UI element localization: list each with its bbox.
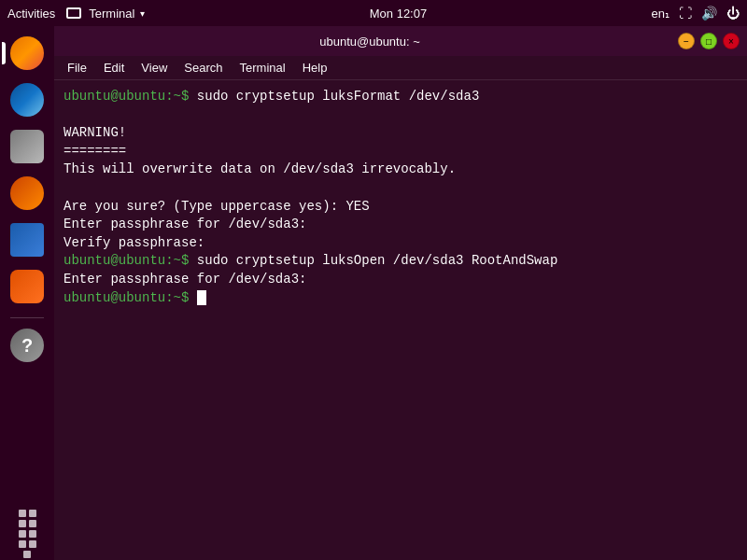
volume-icon[interactable]: 🔊 xyxy=(701,6,717,21)
terminal-line-prompt-active: ubuntu@ubuntu:~$ xyxy=(63,289,738,308)
terminal-line-warning2: ======== xyxy=(63,143,738,161)
prompt-active: ubuntu@ubuntu:~$ xyxy=(63,290,197,305)
terminal-line-verify: Verify passphrase: xyxy=(63,234,738,253)
menu-file[interactable]: File xyxy=(60,59,94,77)
launcher-icon-thunderbird[interactable] xyxy=(7,80,47,119)
terminal-line-blank-1 xyxy=(63,106,738,125)
launcher-icon-files[interactable] xyxy=(7,127,47,166)
terminal-title: ubuntu@ubuntu: ~ xyxy=(62,35,678,49)
terminal-line-confirm: Are you sure? (Type uppercase yes): YES xyxy=(63,198,738,217)
launcher-icon-help[interactable]: ? xyxy=(7,326,47,365)
menu-search[interactable]: Search xyxy=(176,59,230,77)
menu-edit[interactable]: Edit xyxy=(96,59,132,77)
terminal-line-warning1: WARNING! xyxy=(63,124,738,143)
terminal-titlebar: ubuntu@ubuntu: ~ − □ × xyxy=(54,26,747,56)
power-icon[interactable]: ⏻ xyxy=(726,6,740,21)
files-icon xyxy=(10,130,44,163)
close-button[interactable]: × xyxy=(723,33,740,49)
minimize-button[interactable]: − xyxy=(678,33,695,49)
terminal-line-passphrase1: Enter passphrase for /dev/sda3: xyxy=(63,216,738,234)
grid-icon xyxy=(10,517,44,551)
help-icon: ? xyxy=(10,329,44,362)
maximize-button[interactable]: □ xyxy=(700,33,717,49)
system-bar-right: en₁ ⛶ 🔊 ⏻ xyxy=(652,6,740,21)
activities-button[interactable]: Activities xyxy=(7,7,55,21)
window-controls: − □ × xyxy=(678,33,740,49)
locale-indicator[interactable]: en₁ xyxy=(652,7,669,21)
rhythmbox-icon xyxy=(10,176,44,210)
appcenter-icon xyxy=(10,270,44,303)
command-2: sudo cryptsetup luksOpen /dev/sda3 RootA… xyxy=(197,253,557,268)
libreoffice-icon xyxy=(10,223,44,257)
launcher-divider xyxy=(10,317,44,318)
launcher-icon-firefox[interactable] xyxy=(7,34,47,73)
firefox-icon xyxy=(10,36,44,70)
thunderbird-icon xyxy=(10,83,44,117)
terminal-taskbar-label: Terminal xyxy=(89,7,134,21)
terminal-cursor xyxy=(197,290,206,305)
prompt-1: ubuntu@ubuntu:~$ xyxy=(63,89,197,104)
system-bar: Activities Terminal ▾ Mon 12:07 en₁ ⛶ 🔊 … xyxy=(0,0,747,26)
menu-terminal[interactable]: Terminal xyxy=(233,59,293,77)
launcher-icon-libreoffice[interactable] xyxy=(7,220,47,259)
launcher-show-apps[interactable] xyxy=(10,517,44,560)
terminal-line-overwrite: This will overwrite data on /dev/sda3 ir… xyxy=(63,161,738,179)
launcher-sidebar: ? xyxy=(0,26,54,560)
terminal-line-passphrase2: Enter passphrase for /dev/sda3: xyxy=(63,271,738,289)
launcher-icon-appcenter[interactable] xyxy=(7,267,47,306)
terminal-content[interactable]: ubuntu@ubuntu:~$ sudo cryptsetup luksFor… xyxy=(54,80,747,560)
terminal-line-2: ubuntu@ubuntu:~$ sudo cryptsetup luksOpe… xyxy=(63,252,738,271)
terminal-line-1: ubuntu@ubuntu:~$ sudo cryptsetup luksFor… xyxy=(63,88,738,106)
system-bar-left: Activities Terminal ▾ xyxy=(7,7,145,21)
terminal-menubar: File Edit View Search Terminal Help xyxy=(54,56,747,80)
terminal-dropdown-icon[interactable]: ▾ xyxy=(140,8,145,19)
menu-view[interactable]: View xyxy=(134,59,175,77)
launcher-icon-rhythmbox[interactable] xyxy=(7,174,47,213)
menu-help[interactable]: Help xyxy=(295,59,335,77)
command-1: sudo cryptsetup luksFormat /dev/sda3 xyxy=(197,89,479,104)
network-icon[interactable]: ⛶ xyxy=(679,6,692,21)
terminal-taskbar-icon xyxy=(66,7,81,19)
prompt-2: ubuntu@ubuntu:~$ xyxy=(63,253,197,268)
terminal-taskbar-item[interactable]: Terminal ▾ xyxy=(66,7,145,21)
system-bar-clock[interactable]: Mon 12:07 xyxy=(370,7,427,21)
terminal-line-blank-2 xyxy=(63,179,738,198)
terminal-window: ubuntu@ubuntu: ~ − □ × File Edit View Se… xyxy=(54,26,747,560)
